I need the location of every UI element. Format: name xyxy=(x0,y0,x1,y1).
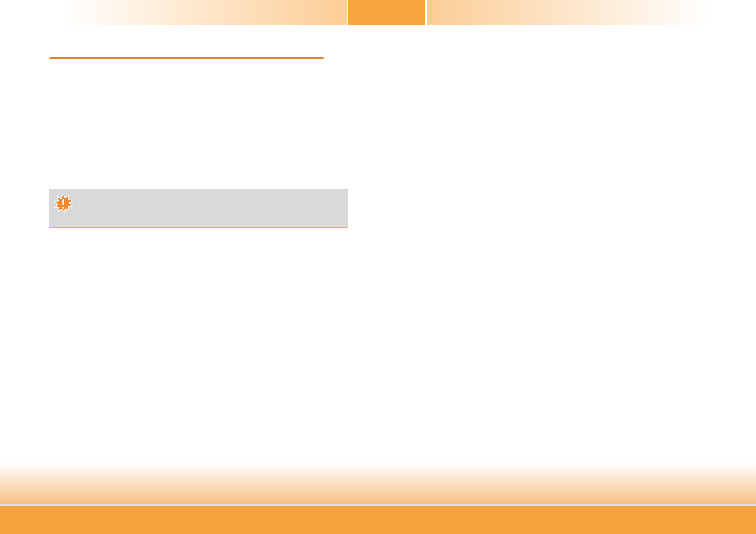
svg-rect-1 xyxy=(62,199,64,205)
tab-segment-left xyxy=(62,0,347,25)
heading-underline xyxy=(49,57,324,59)
footer-bar xyxy=(0,504,756,534)
attention-burst-icon xyxy=(53,193,74,214)
footer-fade xyxy=(0,462,756,504)
tab-segment-right xyxy=(427,0,712,25)
tab-segment-active xyxy=(347,0,427,25)
svg-point-2 xyxy=(62,207,64,209)
tab-bar xyxy=(62,0,711,25)
callout-panel xyxy=(49,189,348,228)
